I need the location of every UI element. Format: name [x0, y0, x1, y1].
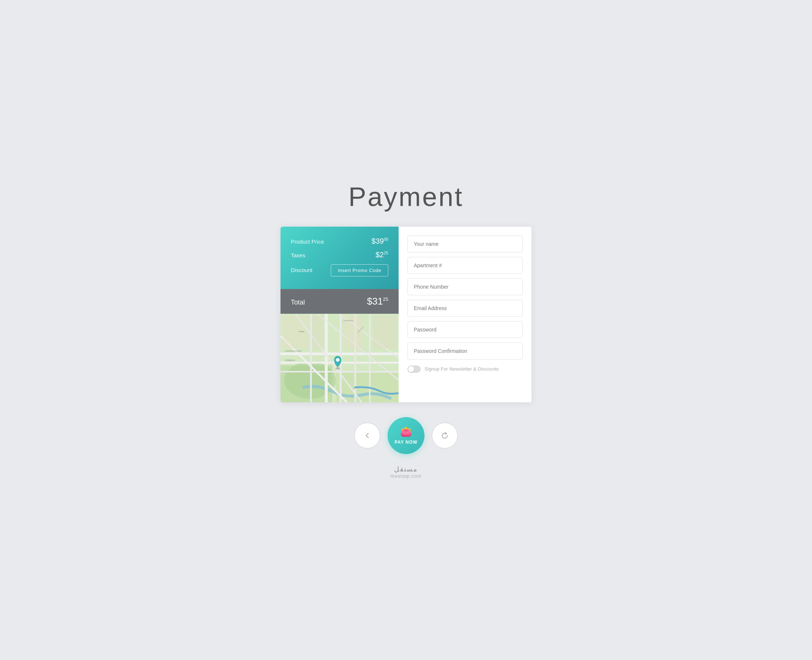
brand-latin: mostaqi.com [390, 473, 422, 479]
svg-text:CENTRAL AVE: CENTRAL AVE [343, 320, 353, 322]
page-title: Payment [349, 182, 463, 212]
footer-brand: مستقل mostaqi.com [390, 465, 422, 479]
back-icon [363, 432, 371, 439]
password-confirm-input[interactable] [408, 343, 523, 360]
pay-now-label: PAY NOW [395, 439, 417, 445]
name-input[interactable] [408, 235, 523, 252]
svg-text:COMMERCE: COMMERCE [285, 360, 295, 362]
right-panel: Signup For Newsletter & Discounts [399, 227, 531, 402]
svg-point-25 [336, 367, 340, 370]
newsletter-toggle[interactable] [408, 365, 421, 373]
discount-row: Discount Insert Promo Code [291, 264, 388, 276]
back-button[interactable] [354, 423, 380, 449]
email-input[interactable] [408, 300, 523, 317]
refresh-icon [441, 432, 449, 439]
map-svg: N MARGALIS BLVD COMMERCE GRIFFIN ST CENT… [281, 314, 399, 402]
apartment-input[interactable] [408, 257, 523, 274]
discount-label: Discount [291, 267, 312, 273]
product-price-label: Product Price [291, 238, 324, 245]
promo-button[interactable]: Insert Promo Code [331, 264, 388, 276]
svg-text:Dallas: Dallas [299, 330, 304, 333]
svg-rect-17 [312, 316, 323, 349]
svg-rect-7 [325, 314, 328, 402]
bottom-controls: 👛 PAY NOW [354, 417, 458, 454]
total-label: Total [291, 298, 305, 306]
taxes-label: Taxes [291, 252, 305, 259]
brand-arabic: مستقل [390, 465, 422, 473]
svg-rect-19 [373, 316, 397, 349]
left-panel: Product Price $3900 Taxes $225 Discount … [281, 227, 399, 402]
main-card: Product Price $3900 Taxes $225 Discount … [281, 227, 531, 402]
pay-now-button[interactable]: 👛 PAY NOW [387, 417, 425, 454]
taxes-value: $225 [376, 251, 389, 259]
newsletter-label: Signup For Newsletter & Discounts [425, 366, 499, 372]
taxes-row: Taxes $225 [291, 251, 388, 259]
toggle-knob [408, 366, 414, 372]
svg-point-26 [336, 358, 339, 362]
total-section: Total $3125 [281, 289, 399, 314]
wallet-icon: 👛 [400, 426, 412, 438]
product-price-value: $3900 [371, 237, 388, 246]
phone-input[interactable] [408, 278, 523, 295]
svg-rect-10 [310, 314, 312, 402]
pricing-section: Product Price $3900 Taxes $225 Discount … [281, 227, 399, 289]
product-price-row: Product Price $3900 [291, 237, 388, 246]
password-input[interactable] [408, 321, 523, 338]
svg-text:N MARGALIS BLVD: N MARGALIS BLVD [285, 350, 301, 352]
svg-rect-11 [369, 314, 371, 402]
map-section: N MARGALIS BLVD COMMERCE GRIFFIN ST CENT… [281, 314, 399, 402]
refresh-button[interactable] [432, 423, 458, 449]
total-value: $3125 [367, 296, 388, 307]
newsletter-row: Signup For Newsletter & Discounts [408, 365, 523, 373]
